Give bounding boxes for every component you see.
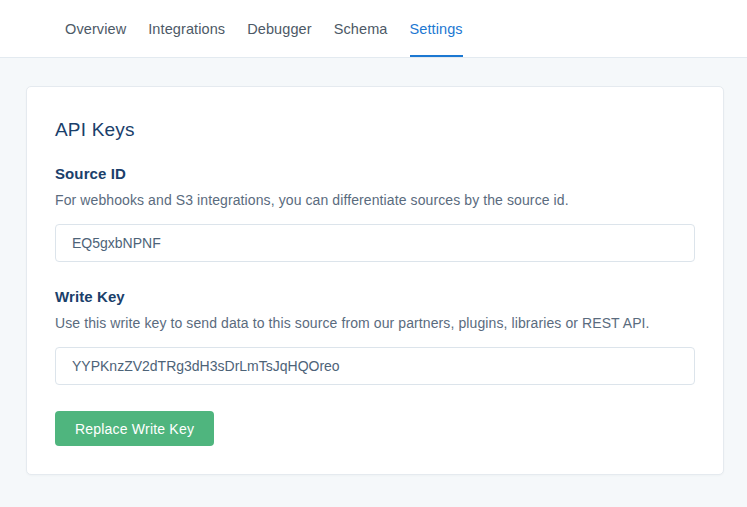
write-key-description: Use this write key to send data to this … (55, 315, 695, 331)
source-id-input[interactable] (55, 224, 695, 262)
tab-debugger[interactable]: Debugger (247, 0, 312, 57)
write-key-label: Write Key (55, 288, 695, 305)
tab-settings[interactable]: Settings (410, 0, 463, 57)
api-keys-card: API Keys Source ID For webhooks and S3 i… (26, 86, 724, 475)
tab-integrations[interactable]: Integrations (148, 0, 225, 57)
top-nav: Overview Integrations Debugger Schema Se… (0, 0, 747, 58)
write-key-input[interactable] (55, 347, 695, 385)
replace-write-key-button[interactable]: Replace Write Key (55, 411, 214, 446)
source-id-label: Source ID (55, 165, 695, 182)
tab-overview[interactable]: Overview (65, 0, 126, 57)
tab-schema[interactable]: Schema (334, 0, 388, 57)
write-key-section: Write Key Use this write key to send dat… (55, 288, 695, 385)
source-id-description: For webhooks and S3 integrations, you ca… (55, 192, 695, 208)
source-id-section: Source ID For webhooks and S3 integratio… (55, 165, 695, 262)
card-title: API Keys (55, 119, 695, 141)
